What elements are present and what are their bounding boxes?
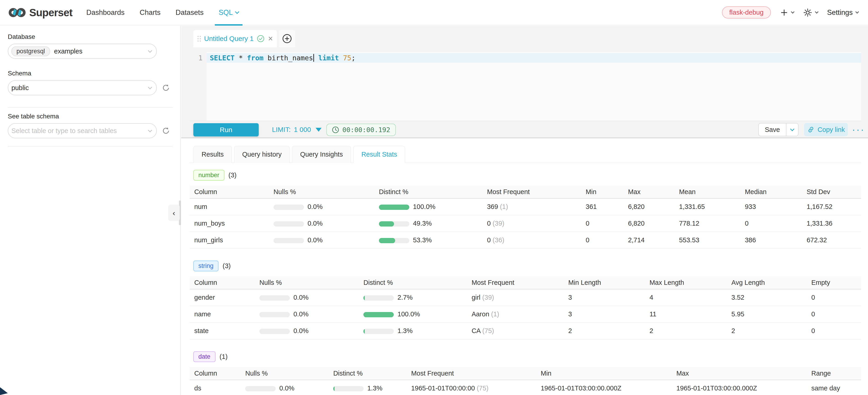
nav-item-dashboards[interactable]: Dashboards [79, 0, 132, 25]
chevron-down-icon [791, 10, 795, 14]
theme-toggle[interactable] [803, 8, 818, 17]
stat-value-cell: 672.32 [802, 232, 861, 248]
percent-bar-cell: 2.7% [359, 289, 467, 306]
string-type-badge: string [193, 261, 218, 271]
percent-bar-cell: 100.0% [359, 306, 467, 323]
column-header: Mean [675, 186, 740, 199]
line-number: 1 [198, 54, 203, 62]
stat-value-cell: 778.12 [675, 215, 740, 232]
stat-value-cell: 2 [727, 323, 807, 339]
database-engine-tag: postgresql [11, 47, 50, 56]
percent-bar-cell: 49.3% [374, 215, 483, 232]
date-type-badge: date [193, 351, 216, 362]
tab-query-history[interactable]: Query history [234, 146, 290, 163]
collapse-sidebar-button[interactable]: ‹ [168, 205, 180, 221]
results-pane: Results Query history Query Insights Res… [181, 138, 868, 395]
table-select[interactable]: Select table or type to search tables [8, 123, 157, 138]
table-row: ds0.0%1.3%1965-01-01T00:00:00 (75)1965-0… [190, 380, 861, 395]
stat-value-cell: 11 [645, 306, 727, 323]
superset-logo[interactable]: Superset [9, 6, 72, 19]
environment-badge: flask-debug [722, 6, 771, 19]
chevron-down-icon [148, 128, 152, 132]
tab-result-stats[interactable]: Result Stats [353, 146, 405, 163]
percent-bar-cell: 0.0% [255, 289, 359, 306]
stat-value-cell: 0 [581, 215, 623, 232]
limit-label: LIMIT: [272, 126, 291, 133]
settings-menu[interactable]: Settings [827, 8, 859, 17]
table-row: num0.0%100.0%369 (1)3616,8201,331.659331… [190, 199, 861, 215]
stat-value-cell: 0 [581, 232, 623, 248]
save-button[interactable]: Save [758, 123, 786, 136]
tab-query-insights[interactable]: Query Insights [292, 146, 351, 163]
link-icon [807, 126, 815, 133]
save-options-button[interactable] [786, 123, 799, 136]
new-item-button[interactable] [780, 8, 794, 17]
stat-value-cell: 1,331.36 [802, 215, 861, 232]
refresh-schemas-icon[interactable] [162, 84, 170, 92]
stat-value-cell: 5.95 [727, 306, 807, 323]
most-frequent-cell: 1965-01-01T00:00:00 (75) [407, 380, 536, 395]
column-header: Most Frequent [483, 186, 581, 199]
nav-item-sql[interactable]: SQL [211, 0, 246, 25]
schema-select[interactable]: public [8, 80, 157, 95]
column-count: (3) [228, 172, 237, 179]
progress-bar [379, 221, 409, 226]
divider [8, 107, 173, 108]
text-cursor [313, 54, 314, 62]
code-token: 75 [343, 54, 351, 62]
copy-link-button[interactable]: Copy link [804, 123, 848, 136]
most-frequent-cell: 0 (39) [483, 215, 581, 232]
clock-icon [332, 126, 339, 133]
run-button[interactable]: Run [193, 123, 259, 136]
column-header: Max [623, 186, 675, 199]
number-type-badge: number [193, 170, 224, 181]
stat-value-cell: 3 [564, 289, 645, 306]
code-token [314, 54, 318, 62]
column-name-cell: num_boys [190, 215, 269, 232]
table-select-placeholder: Select table or type to search tables [11, 127, 117, 134]
column-header: Column [190, 186, 269, 199]
stat-value-cell: 1,167.52 [802, 199, 861, 215]
header-row: ColumnNulls %Distinct %Most FrequentMinM… [190, 367, 861, 380]
more-actions-button[interactable]: ··· [852, 121, 865, 138]
sun-icon [803, 8, 812, 17]
header-row: ColumnNulls %Distinct %Most FrequentMinM… [190, 186, 861, 199]
column-name-cell: gender [190, 289, 255, 306]
percent-bar-cell: 0.0% [255, 323, 359, 339]
column-count: (3) [223, 262, 230, 270]
table-row: num_boys0.0%49.3%0 (39)06,820778.1201,33… [190, 215, 861, 232]
code-token: birth_names [264, 54, 313, 62]
number-section-header: number(3) [193, 170, 861, 181]
stat-value-cell: 0 [807, 306, 861, 323]
new-query-tab-button[interactable] [279, 30, 295, 47]
limit-dropdown[interactable]: LIMIT: 1 000 [272, 121, 321, 138]
code-token: * [235, 54, 247, 62]
stat-value-cell: 553.53 [675, 232, 740, 248]
percent-bar-cell: 0.0% [269, 199, 374, 215]
close-tab-icon[interactable]: × [268, 34, 273, 43]
stat-value-cell: 3.52 [727, 289, 807, 306]
column-header: Distinct % [329, 367, 407, 380]
table-row: name0.0%100.0%Aaron (1)3115.950 [190, 306, 861, 323]
mouse-cursor [0, 387, 8, 395]
chevron-down-icon [815, 10, 818, 14]
most-frequent-cell: 0 (36) [483, 232, 581, 248]
tab-results[interactable]: Results [193, 146, 232, 163]
limit-value: 1 000 [294, 126, 311, 133]
drag-handle-icon[interactable] [197, 36, 201, 41]
sql-statement[interactable]: SELECT * from birth_names limit 75; [210, 53, 355, 63]
column-header: Distinct % [359, 276, 467, 289]
number-stats-table: ColumnNulls %Distinct %Most FrequentMinM… [190, 186, 861, 249]
nav-item-charts[interactable]: Charts [132, 0, 168, 25]
nav-item-datasets[interactable]: Datasets [168, 0, 211, 25]
progress-bar [259, 295, 290, 301]
refresh-tables-icon[interactable] [162, 127, 170, 135]
query-tab[interactable]: Untitled Query 1 × [193, 30, 277, 47]
date-stats-table: ColumnNulls %Distinct %Most FrequentMinM… [190, 367, 861, 395]
progress-bar [363, 329, 394, 334]
database-select[interactable]: postgresql examples [8, 44, 157, 59]
table-row: state0.0%1.3%CA (75)2220 [190, 323, 861, 339]
column-name-cell: state [190, 323, 255, 339]
caret-down-icon [316, 128, 321, 132]
sql-code-editor[interactable]: 1 SELECT * from birth_names limit 75; [190, 52, 861, 121]
